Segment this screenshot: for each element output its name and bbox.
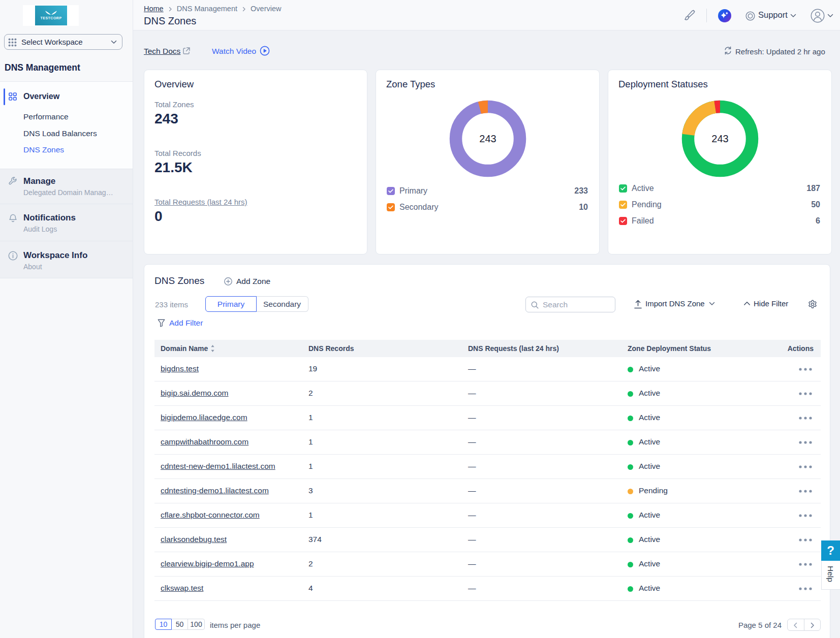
svg-text:243: 243 [711, 133, 728, 144]
svg-text:243: 243 [479, 133, 496, 144]
